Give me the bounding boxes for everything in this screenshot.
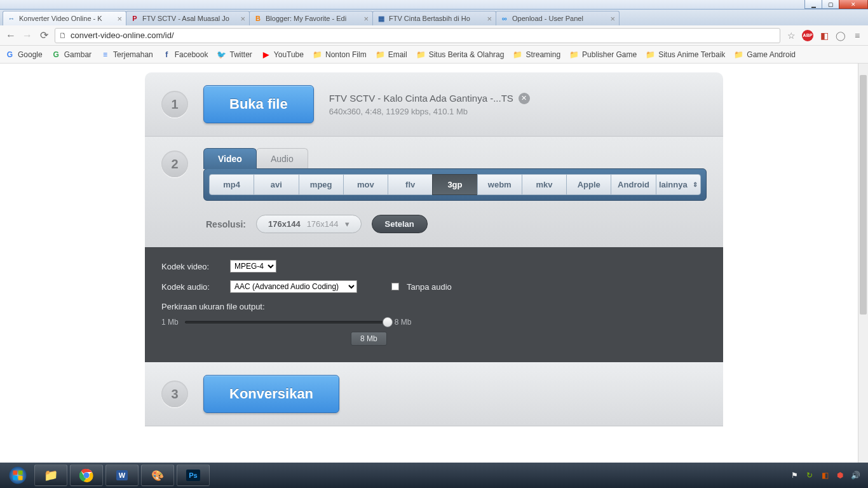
bookmark-item[interactable]: ≡Terjemahan bbox=[100, 50, 153, 59]
advanced-panel: Kodek video: MPEG-4 Kodek audio: AAC (Ad… bbox=[145, 247, 723, 362]
size-slider[interactable] bbox=[185, 321, 388, 323]
browser-tab[interactable]: PFTV SCTV - Asal Muasal Jo× bbox=[126, 11, 250, 25]
vertical-scrollbar[interactable] bbox=[858, 64, 868, 463]
format-mp4[interactable]: mp4 bbox=[209, 174, 254, 195]
address-bar[interactable]: 🗋 convert-video-online.com/id/ bbox=[55, 28, 780, 43]
file-details: 640x360, 4:48, 11929 kbps, 410.1 Mb bbox=[329, 107, 530, 116]
close-tab-icon[interactable]: × bbox=[240, 14, 245, 24]
bookmark-item[interactable]: 📁Publisher Game bbox=[569, 50, 637, 59]
convert-button[interactable]: Konversikan bbox=[203, 375, 339, 413]
start-button[interactable] bbox=[4, 464, 32, 486]
favicon: ∞ bbox=[500, 14, 509, 23]
taskbar-explorer[interactable]: 📁 bbox=[34, 464, 67, 486]
bookmark-label: Situs Anime Terbaik bbox=[658, 50, 725, 59]
resolution-main: 176x144 bbox=[268, 219, 301, 229]
taskbar-photoshop[interactable]: Ps bbox=[177, 464, 210, 486]
forward-button[interactable]: → bbox=[22, 30, 33, 41]
format-mov[interactable]: mov bbox=[343, 174, 388, 195]
profile-icon[interactable]: ◯ bbox=[835, 30, 846, 41]
window-close-button[interactable]: ✕ bbox=[839, 0, 868, 9]
window-maximize-button[interactable]: ▢ bbox=[822, 0, 839, 9]
favicon: B bbox=[254, 14, 262, 23]
resolution-dropdown[interactable]: 176x144 176x144 ▾ bbox=[256, 215, 362, 233]
browser-tab[interactable]: ↔Konverter Video Online - K× bbox=[3, 11, 126, 25]
close-tab-icon[interactable]: × bbox=[487, 14, 492, 24]
audio-codec-label: Kodek audio: bbox=[161, 282, 222, 292]
svg-rect-3 bbox=[13, 476, 18, 480]
back-button[interactable]: ← bbox=[5, 30, 17, 41]
menu-icon[interactable]: ≡ bbox=[851, 30, 863, 41]
bookmark-label: Game Android bbox=[747, 50, 796, 59]
bookmark-item[interactable]: 📁Game Android bbox=[734, 50, 796, 59]
format-mkv[interactable]: mkv bbox=[522, 174, 567, 195]
step-2: 2 Video Audio mp4avimpegmovflv3gpwebmmkv… bbox=[145, 137, 723, 247]
resolution-sub: 176x144 bbox=[307, 219, 339, 229]
no-audio-checkbox[interactable] bbox=[391, 283, 399, 290]
close-tab-icon[interactable]: × bbox=[363, 14, 369, 24]
bookmark-item[interactable]: 📁Situs Berita & Olahrag bbox=[416, 50, 505, 59]
tab-label: Blogger: My Favorite - Edi bbox=[266, 15, 360, 22]
tray-network-icon[interactable]: ◧ bbox=[820, 470, 830, 480]
bookmark-item[interactable]: ▶YouTube bbox=[261, 50, 304, 59]
bookmark-item[interactable]: 📁Streaming bbox=[513, 50, 560, 59]
slider-max: 8 Mb bbox=[395, 318, 412, 327]
page-content: 1 Buka file FTV SCTV - Kalo Cinta Ada Ga… bbox=[0, 64, 868, 463]
format-webm[interactable]: webm bbox=[477, 174, 522, 195]
remove-file-button[interactable]: ✕ bbox=[519, 93, 530, 104]
adblock-icon[interactable]: ABP bbox=[802, 30, 813, 41]
bookmark-item[interactable]: GGoogle bbox=[5, 50, 43, 59]
video-codec-label: Kodek video: bbox=[161, 262, 222, 271]
file-info: FTV SCTV - Kalo Cinta Ada Gantinya -...T… bbox=[329, 93, 530, 116]
format-3gp[interactable]: 3gp bbox=[432, 174, 477, 195]
tab-audio[interactable]: Audio bbox=[256, 148, 308, 169]
bookmark-item[interactable]: 📁Email bbox=[376, 50, 407, 59]
format-android[interactable]: Android bbox=[611, 174, 656, 195]
bookmark-label: Google bbox=[18, 50, 43, 59]
tray-volume-icon[interactable]: 🔊 bbox=[850, 470, 860, 480]
taskbar-word[interactable]: W bbox=[105, 464, 139, 486]
folder-icon: 📁 bbox=[376, 50, 385, 59]
browser-tab[interactable]: ▦FTV Cinta Bertasbih di Ho× bbox=[372, 11, 496, 25]
format-flv[interactable]: flv bbox=[388, 174, 433, 195]
folder-icon: 📁 bbox=[313, 50, 322, 59]
folder-icon: 📁 bbox=[569, 50, 579, 59]
close-tab-icon[interactable]: × bbox=[610, 14, 615, 24]
audio-codec-select[interactable]: AAC (Advanced Audio Coding) bbox=[230, 280, 357, 293]
svg-point-0 bbox=[10, 467, 27, 484]
favicon: ↔ bbox=[7, 14, 16, 23]
tray-flag-icon[interactable]: ⚑ bbox=[789, 470, 799, 480]
open-file-button[interactable]: Buka file bbox=[203, 85, 314, 123]
folder-icon: 📁 bbox=[734, 50, 743, 59]
step-3: 3 Konversikan bbox=[145, 362, 723, 426]
window-minimize-button[interactable]: ▁ bbox=[804, 0, 822, 9]
settings-button[interactable]: Setelan bbox=[372, 215, 428, 233]
extension-icon[interactable]: ◧ bbox=[818, 30, 830, 41]
bookmark-star-icon[interactable]: ☆ bbox=[785, 30, 797, 41]
bookmark-label: Gambar bbox=[64, 50, 92, 59]
close-tab-icon[interactable]: × bbox=[117, 14, 122, 24]
browser-tab[interactable]: ∞Openload - User Panel× bbox=[496, 11, 620, 25]
svg-rect-1 bbox=[13, 471, 18, 475]
slider-value-bubble: 8 Mb bbox=[351, 332, 387, 346]
bookmark-item[interactable]: 📁Situs Anime Terbaik bbox=[646, 50, 725, 59]
tab-video[interactable]: Video bbox=[203, 148, 257, 169]
bookmark-item[interactable]: 🐦Twitter bbox=[217, 50, 252, 59]
slider-thumb[interactable] bbox=[383, 317, 393, 327]
taskbar-chrome[interactable] bbox=[70, 464, 103, 486]
format-apple[interactable]: Apple bbox=[566, 174, 611, 195]
format-lainnya[interactable]: lainnya ⇕ bbox=[656, 174, 701, 195]
bookmark-label: Email bbox=[388, 50, 407, 59]
tray-sync-icon[interactable]: ↻ bbox=[804, 470, 815, 480]
bookmark-label: Twitter bbox=[229, 50, 252, 59]
tray-shield-icon[interactable]: ⬢ bbox=[835, 470, 845, 480]
browser-tab[interactable]: BBlogger: My Favorite - Edi× bbox=[249, 11, 373, 25]
reload-button[interactable]: ⟳ bbox=[38, 29, 50, 41]
taskbar-paint[interactable]: 🎨 bbox=[141, 464, 174, 486]
video-codec-select[interactable]: MPEG-4 bbox=[230, 260, 276, 273]
bookmark-item[interactable]: GGambar bbox=[51, 50, 92, 59]
format-avi[interactable]: avi bbox=[254, 174, 299, 195]
bookmark-item[interactable]: fFacebook bbox=[162, 50, 208, 59]
step-1: 1 Buka file FTV SCTV - Kalo Cinta Ada Ga… bbox=[145, 72, 723, 137]
bookmark-item[interactable]: 📁Nonton Film bbox=[313, 50, 367, 59]
format-mpeg[interactable]: mpeg bbox=[299, 174, 344, 195]
